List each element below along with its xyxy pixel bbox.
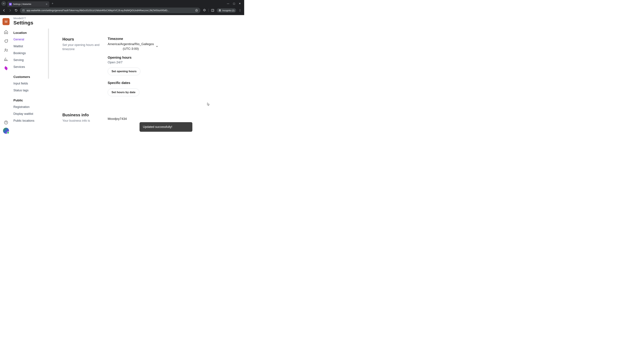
chevron-down-icon [156, 45, 158, 48]
arrow-left-icon [2, 9, 6, 12]
timezone-label: Timezone [108, 37, 238, 41]
nav-section-location: Location [12, 30, 49, 36]
tab-bar: W Settings | Waitwhile ✕ + — ▢ ✕ [0, 0, 244, 7]
chat-icon[interactable] [4, 39, 8, 43]
reload-icon [14, 9, 18, 12]
incognito-indicator[interactable]: Incognito (2) [217, 8, 236, 12]
nav-section-customers: Customers [12, 74, 49, 80]
forward-button[interactable] [8, 8, 12, 13]
help-icon[interactable] [4, 120, 8, 125]
hours-title: Hours [62, 37, 101, 41]
users-icon[interactable] [4, 48, 8, 52]
svg-point-7 [5, 49, 6, 50]
minimize-button[interactable]: — [227, 2, 229, 5]
back-button[interactable] [2, 8, 6, 13]
hours-desc: Set your opening hours and timezone [62, 43, 101, 51]
main-content: Hours Set your opening hours and timezon… [49, 15, 244, 137]
url-field[interactable]: app.waitwhile.com/settings/general?authT… [20, 7, 200, 13]
nav-item-bookings[interactable]: Bookings [12, 50, 49, 57]
org-avatar[interactable]: M [2, 18, 10, 25]
sidepanel-icon[interactable] [211, 9, 214, 12]
nav-item-registration[interactable]: Registration [12, 104, 49, 110]
settings-sidebar: Moodie577 Settings Location General Wait… [12, 15, 49, 137]
chevron-down-icon [3, 2, 5, 4]
arrow-right-icon [8, 9, 12, 12]
business-info-title: Business info [62, 113, 101, 117]
org-name: Moodie577 [12, 16, 49, 19]
toast-notification: Updated successfully! [140, 122, 192, 132]
close-window-button[interactable]: ✕ [239, 2, 241, 5]
timezone-value: America/Argentina/Rio_Gallegos (UTC-3:00… [108, 42, 154, 51]
tabs-dropdown-button[interactable] [1, 1, 6, 6]
svg-point-6 [240, 11, 240, 11]
incognito-label: Incognito (2) [222, 9, 234, 12]
toolbar-icons: Incognito (2) [202, 8, 242, 12]
nav-item-input-fields[interactable]: Input fields [12, 80, 49, 87]
nav-rail: M [0, 15, 12, 137]
nav-item-serving[interactable]: Serving [12, 57, 49, 63]
nav-item-display-waitlist[interactable]: Display waitlist [12, 110, 49, 117]
home-icon[interactable] [4, 30, 8, 34]
set-opening-hours-button[interactable]: Set opening hours [108, 67, 140, 75]
timezone-select[interactable]: America/Argentina/Rio_Gallegos (UTC-3:00… [108, 42, 238, 51]
svg-point-2 [219, 10, 220, 11]
mouse-cursor-icon [207, 103, 210, 106]
browser-chrome: W Settings | Waitwhile ✕ + — ▢ ✕ app.wai… [0, 0, 244, 15]
star-icon[interactable] [195, 9, 198, 12]
business-name-value: Moodjoy7434 [108, 117, 238, 121]
maximize-button[interactable]: ▢ [233, 2, 235, 5]
set-hours-by-date-button[interactable]: Set hours by date [108, 88, 139, 96]
incognito-icon [218, 9, 221, 12]
nav-item-public-locations[interactable]: Public locations [12, 117, 49, 124]
business-info-desc: Your business info is [62, 119, 101, 123]
analytics-icon[interactable] [4, 57, 8, 61]
nav-item-services[interactable]: Services [12, 63, 49, 70]
specific-dates-label: Specific dates [108, 81, 238, 85]
address-bar: app.waitwhile.com/settings/general?authT… [0, 7, 244, 15]
browser-tab[interactable]: W Settings | Waitwhile ✕ [8, 1, 49, 7]
toast-message: Updated successfully! [143, 125, 172, 129]
url-text: app.waitwhile.com/settings/general?authT… [26, 9, 193, 12]
svg-point-3 [220, 10, 221, 11]
site-settings-icon[interactable] [22, 9, 25, 12]
nav-item-status-tags[interactable]: Status tags [12, 87, 49, 94]
settings-icon[interactable] [4, 66, 8, 70]
kebab-menu-icon[interactable] [238, 9, 242, 12]
nav-section-public: Public [12, 97, 49, 104]
nav-item-waitlist[interactable]: Waitlist [12, 43, 49, 50]
close-tab-button[interactable]: ✕ [46, 3, 48, 5]
window-controls: — ▢ ✕ [227, 2, 243, 5]
nav-item-general[interactable]: General [12, 36, 49, 43]
svg-point-5 [240, 10, 240, 11]
page-title: Settings [12, 19, 49, 30]
toolbar-divider [208, 9, 209, 12]
reload-button[interactable] [14, 8, 18, 13]
extensions-icon[interactable] [203, 9, 206, 12]
new-tab-button[interactable]: + [51, 2, 54, 5]
svg-rect-1 [211, 9, 214, 11]
opening-hours-label: Opening hours [108, 56, 238, 59]
user-avatar[interactable] [3, 128, 9, 134]
app-viewport: M Moodie577 Settings Location General Wa… [0, 15, 244, 137]
waitwhile-favicon: W [9, 3, 12, 5]
tab-title: Settings | Waitwhile [13, 3, 44, 5]
svg-point-4 [240, 9, 240, 10]
opening-hours-value: Open 24/7 [108, 60, 238, 64]
